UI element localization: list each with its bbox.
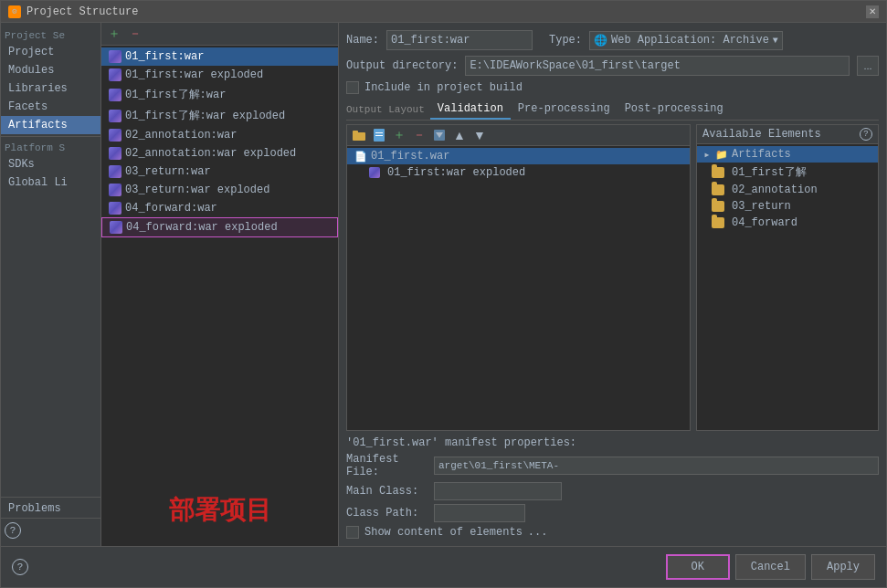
output-item-name-0: 01_first.war: [371, 150, 449, 163]
help-icon-area: ?: [1, 518, 100, 542]
output-item-name-1: 01_first:war exploded: [387, 166, 525, 179]
bottom-bar: ? OK Cancel Apply: [1, 546, 886, 587]
sidebar-section-platform: Platform S: [1, 139, 100, 155]
output-layout-tab[interactable]: Output Layout: [346, 104, 425, 115]
war-file-icon: 📄: [354, 151, 367, 163]
sidebar-item-problems[interactable]: Problems: [1, 499, 100, 518]
show-content-label: Show content of elements: [364, 526, 523, 539]
close-button[interactable]: ✕: [866, 5, 879, 18]
avail-item-02annotation[interactable]: 02_annotation: [697, 182, 878, 198]
artifact-name-2: 01_first了解:war: [125, 87, 226, 102]
sidebar-item-libraries[interactable]: Libraries: [1, 79, 100, 98]
left-sidebar: Project Se Project Modules Libraries Fac…: [1, 23, 101, 546]
sidebar-item-modules[interactable]: Modules: [1, 61, 100, 79]
war-icon-7: [109, 184, 121, 196]
avail-item-04forward[interactable]: 04_forward: [697, 215, 878, 231]
artifacts-folder-icon: 📁: [715, 149, 728, 161]
main-content: Project Se Project Modules Libraries Fac…: [1, 23, 886, 546]
war-icon-5: [109, 147, 121, 160]
artifact-item-0[interactable]: 01_first:war: [101, 47, 338, 66]
war-icon-3: [109, 110, 121, 122]
show-content-checkbox[interactable]: [346, 526, 359, 539]
title-bar-left: ⚙ Project Structure: [8, 5, 138, 18]
artifact-item-9[interactable]: 04_forward:war exploded: [101, 217, 338, 237]
type-value: Web Application: Archive: [611, 34, 769, 47]
show-content-row: Show content of elements ...: [346, 526, 879, 539]
list-toolbar: ＋ －: [101, 23, 338, 46]
output-dir-browse-button[interactable]: ...: [857, 56, 879, 76]
artifact-name-9: 04_forward:war exploded: [126, 221, 278, 234]
artifact-item-4[interactable]: 02_annotation:war: [101, 126, 338, 144]
avail-item-artifacts[interactable]: ▶ 📁 Artifacts: [697, 146, 878, 163]
help-button[interactable]: ?: [5, 522, 21, 539]
output-tree: 📄 01_first.war 01_first:war exploded: [347, 146, 690, 430]
folder-icon-02annotation: [712, 184, 724, 195]
project-structure-dialog: ⚙ Project Structure ✕ Project Se Project…: [0, 0, 887, 588]
output-dir-label: Output directory:: [346, 59, 458, 72]
available-tree: ▶ 📁 Artifacts 01_first了解 02_annotation: [697, 144, 878, 430]
bottom-help-button[interactable]: ?: [12, 559, 28, 575]
main-class-row: Main Class:: [346, 482, 879, 500]
artifact-name-0: 01_first:war: [125, 50, 204, 63]
class-path-label: Class Path:: [346, 507, 428, 520]
folder-icon-04forward: [712, 217, 724, 228]
window-title: Project Structure: [26, 5, 138, 18]
manifest-file-row: Manifest File:: [346, 453, 879, 478]
artifact-name-6: 03_return:war: [125, 165, 211, 178]
remove-artifact-button[interactable]: －: [126, 26, 144, 42]
avail-item-03return[interactable]: 03_return: [697, 198, 878, 215]
type-dropdown[interactable]: 🌐 Web Application: Archive ▼: [589, 31, 783, 50]
sidebar-item-facets[interactable]: Facets: [1, 98, 100, 116]
include-project-build-checkbox[interactable]: [346, 81, 359, 94]
svg-rect-1: [353, 131, 358, 134]
add-artifact-button[interactable]: ＋: [105, 26, 123, 42]
main-class-input[interactable]: [434, 482, 562, 500]
sidebar-item-project[interactable]: Project: [1, 43, 100, 61]
artifact-item-5[interactable]: 02_annotation:war exploded: [101, 144, 338, 163]
artifact-item-8[interactable]: 04_forward:war: [101, 199, 338, 217]
output-item-1[interactable]: 01_first:war exploded: [347, 164, 690, 181]
avail-item-01first[interactable]: 01_first了解: [697, 163, 878, 182]
output-tree-panel: ＋ － ▲ ▼ 📄 01_first.war: [346, 124, 691, 431]
output-down2-button[interactable]: ▼: [470, 127, 489, 143]
apply-button[interactable]: Apply: [811, 554, 875, 580]
artifact-item-1[interactable]: 01_first:war exploded: [101, 66, 338, 84]
output-dir-input[interactable]: [465, 56, 850, 76]
ok-button[interactable]: OK: [666, 554, 730, 580]
artifact-item-3[interactable]: 01_first了解:war exploded: [101, 105, 338, 126]
available-title: Available Elements: [702, 128, 821, 141]
war-icon-2: [109, 89, 121, 101]
output-item-0[interactable]: 📄 01_first.war: [347, 148, 690, 164]
dropdown-arrow-icon: ▼: [773, 36, 778, 46]
tab-postprocessing[interactable]: Post-processing: [618, 100, 731, 120]
avail-item-label-artifacts: Artifacts: [732, 148, 791, 161]
output-down-button[interactable]: [430, 127, 449, 143]
cancel-button[interactable]: Cancel: [735, 554, 806, 580]
output-remove-button[interactable]: －: [410, 127, 428, 143]
include-project-build-row: Include in project build: [346, 81, 879, 94]
war-icon-output-1: [369, 167, 380, 178]
artifact-item-6[interactable]: 03_return:war: [101, 163, 338, 181]
sidebar-item-global-lib[interactable]: Global Li: [1, 173, 100, 192]
output-folder-button[interactable]: [350, 127, 368, 143]
avail-item-label-01first: 01_first了解: [732, 164, 807, 180]
folder-icon-01first: [712, 167, 724, 178]
sidebar-item-sdks[interactable]: SDKs: [1, 155, 100, 173]
tabs-row: Output Layout Validation Pre-processing …: [346, 100, 879, 121]
sidebar-item-artifacts[interactable]: Artifacts: [1, 116, 100, 134]
available-header: Available Elements ?: [697, 125, 878, 144]
name-input[interactable]: [386, 30, 533, 50]
avail-item-label-04forward: 04_forward: [732, 216, 797, 229]
artifact-item-2[interactable]: 01_first了解:war: [101, 84, 338, 105]
class-path-input[interactable]: [434, 504, 525, 522]
tab-preprocessing[interactable]: Pre-processing: [511, 100, 618, 120]
output-add-button[interactable]: ＋: [390, 127, 408, 143]
output-archive-button[interactable]: [370, 127, 388, 143]
name-type-row: Name: Type: 🌐 Web Application: Archive ▼: [346, 30, 879, 50]
title-bar: ⚙ Project Structure ✕: [1, 1, 886, 23]
artifact-item-7[interactable]: 03_return:war exploded: [101, 181, 338, 199]
available-help-button[interactable]: ?: [860, 128, 872, 141]
output-up-button[interactable]: ▲: [450, 127, 469, 143]
tab-validation[interactable]: Validation: [430, 100, 511, 120]
manifest-file-input[interactable]: [434, 457, 879, 475]
